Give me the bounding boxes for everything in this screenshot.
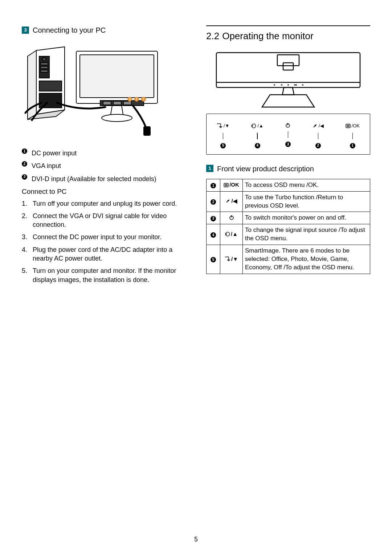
svg-marker-41: [226, 233, 227, 235]
row-desc-2: To use the Turbo function /Return to pre…: [243, 191, 370, 212]
connect-heading: Connect to PC: [22, 187, 186, 196]
port-label-2: VGA input: [32, 161, 186, 170]
step-4: Plug the power cord of the AC/DC adapter…: [33, 245, 186, 263]
row-desc-3: To switch monitor's power on and off.: [243, 212, 370, 224]
power-icon: [229, 215, 234, 220]
callout-1: 1: [141, 97, 146, 102]
step-2: Connect the VGA or DVI signal cable for …: [33, 212, 186, 229]
port-label-3: DVI-D input (Available for selected mode…: [32, 174, 186, 183]
section-tag-3: 3: [22, 26, 29, 34]
callout-3: 3: [127, 97, 132, 102]
row-num-1: 1: [211, 183, 216, 188]
step-3: Connect the DC power input to your monit…: [33, 233, 162, 241]
smartimage-down-icon: /▼: [225, 255, 238, 263]
svg-point-1: [42, 57, 46, 61]
svg-rect-13: [123, 101, 131, 105]
callout-2: 2: [134, 97, 139, 102]
left-section-heading: 3 Connecting to your PC: [22, 25, 186, 35]
monitor-front-illustration: [212, 48, 364, 109]
svg-rect-12: [113, 101, 121, 105]
svg-rect-6: [39, 93, 62, 108]
port-callouts: 3 2 1: [127, 97, 146, 102]
power-icon: [285, 123, 290, 128]
connect-steps: Turn off your computer and unplug its po…: [22, 199, 186, 284]
step-1: Turn off your computer and unplug its po…: [33, 199, 177, 208]
svg-rect-4: [41, 70, 48, 72]
svg-marker-26: [252, 125, 253, 127]
row-num-5: 5: [211, 257, 216, 262]
port-num-3: 3: [22, 174, 27, 180]
subsection-tag-1: 1: [206, 165, 213, 172]
menu-ok-icon: /OK: [224, 181, 239, 188]
ctrl-1: /OK 1: [346, 123, 360, 148]
right-subsection-heading: 1 Front view product description: [206, 164, 370, 174]
right-section-title: 2.2Operating the monitor: [206, 25, 370, 42]
row-num-2: 2: [211, 199, 216, 205]
turbo-left-icon: /◀: [225, 197, 237, 205]
ctrl-5: /▼ 5: [217, 123, 229, 148]
right-section-number: 2.2: [206, 30, 219, 41]
svg-rect-11: [103, 101, 111, 105]
svg-rect-14: [144, 127, 150, 135]
svg-rect-3: [41, 66, 48, 69]
ctrl-num-3: 3: [285, 142, 291, 147]
row-desc-5: SmartImage. There are 6 modes to be sele…: [243, 245, 370, 274]
controls-diagram: /▼ 5 /▲ 4 3 /◀: [206, 114, 370, 155]
input-up-icon: /▲: [225, 230, 238, 238]
right-subsection-title: Front view product description: [217, 164, 314, 174]
table-row: 3 To switch monitor's power on and off.: [207, 212, 370, 224]
port-num-1: 1: [22, 148, 27, 154]
row-desc-1: To access OSD menu /OK.: [243, 179, 370, 191]
right-section-text: Operating the monitor: [222, 30, 313, 41]
port-list: 1DC power input 2VGA input 3DVI-D input …: [22, 148, 186, 183]
ctrl-num-4: 4: [255, 143, 260, 148]
ctrl-num-5: 5: [220, 143, 226, 148]
input-up-icon: /▲: [251, 123, 263, 129]
svg-point-9: [102, 114, 132, 122]
table-row: 2 /◀ To use the Turbo function /Return t…: [207, 191, 370, 212]
ctrl-num-1: 1: [350, 143, 355, 148]
row-desc-4: To change the signal input source /To ad…: [243, 224, 370, 245]
ctrl-num-2: 2: [315, 143, 321, 148]
pc-connection-illustration: 3 2 1: [22, 40, 163, 142]
smartimage-down-icon: /▼: [217, 123, 229, 129]
ctrl-2: /◀ 2: [313, 123, 324, 148]
controls-description-table: 1 /OK To access OSD menu /OK. 2 /◀ To us…: [206, 179, 370, 274]
ctrl-3: 3: [285, 123, 291, 148]
table-row: 4 /▲ To change the signal input source /…: [207, 224, 370, 245]
svg-rect-8: [80, 55, 154, 98]
svg-rect-23: [283, 63, 293, 70]
page-number: 5: [0, 535, 392, 544]
step-5: Turn on your computer and monitor. If th…: [33, 266, 186, 284]
port-label-1: DC power input: [32, 148, 186, 158]
row-num-3: 3: [211, 216, 216, 221]
row-num-4: 4: [211, 232, 216, 238]
table-row: 5 /▼ SmartImage. There are 6 modes to be…: [207, 245, 370, 274]
svg-rect-22: [277, 55, 299, 66]
svg-rect-2: [41, 63, 48, 65]
svg-rect-5: [39, 81, 62, 91]
table-row: 1 /OK To access OSD menu /OK.: [207, 179, 370, 191]
port-num-2: 2: [22, 161, 27, 167]
ctrl-4: /▲ 4: [251, 123, 263, 148]
left-section-title: Connecting to your PC: [33, 25, 106, 35]
turbo-left-icon: /◀: [313, 123, 324, 129]
menu-ok-icon: /OK: [346, 123, 360, 129]
